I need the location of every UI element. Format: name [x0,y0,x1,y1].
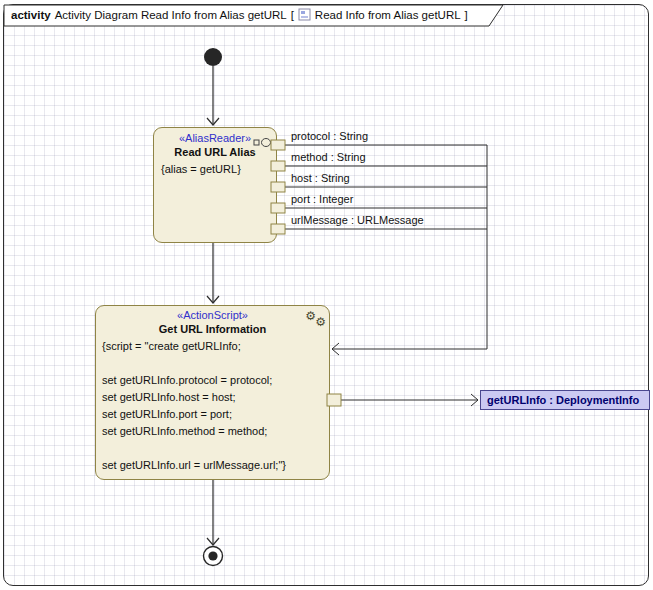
frame-title-close-bracket: ] [465,9,468,21]
frame-title-keyword: activity [11,9,51,21]
pin-label-urlmessage: urlMessage : URLMessage [291,214,424,226]
pin-label-host: host : String [291,172,350,184]
activity-diagram-canvas: «AliasReader» Read URL Alias {alias = ge… [0,0,653,590]
pin-protocol[interactable] [271,140,285,150]
frame-title-name: Activity Diagram Read Info from Alias ge… [55,9,287,21]
diagram-overlay [0,0,653,590]
pin-urlmessage[interactable] [271,224,285,234]
diagram-icon [298,8,311,23]
final-node-core [208,551,217,560]
pin-label-port: port : Integer [291,193,353,205]
pin-port[interactable] [271,203,285,213]
pin-label-method: method : String [291,151,366,163]
pin-geturlinfo-output[interactable] [327,394,341,406]
frame-title-open-bracket: [ [291,9,294,21]
initial-node[interactable] [204,48,222,66]
pin-label-protocol: protocol : String [291,130,368,142]
frame-title: activity Activity Diagram Read Info from… [11,7,468,23]
pin-method[interactable] [271,161,285,171]
pin-host[interactable] [271,182,285,192]
frame-title-ref: Read Info from Alias getURL [315,9,461,21]
